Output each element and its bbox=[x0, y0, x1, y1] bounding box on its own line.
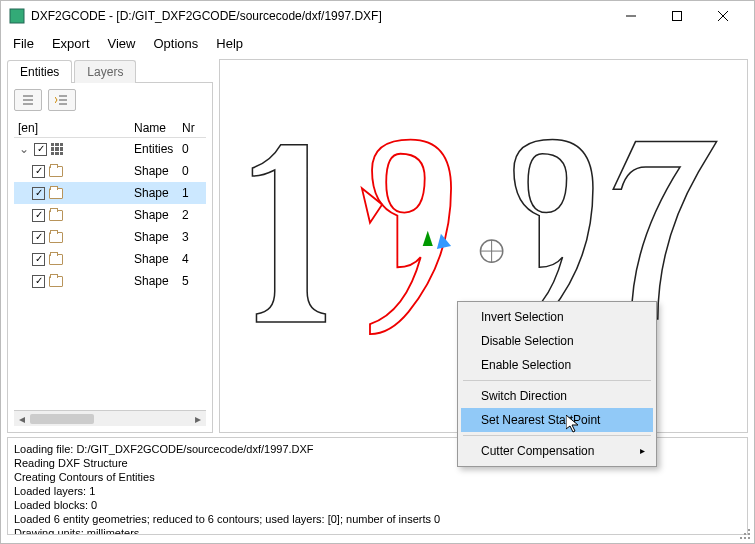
cursor-icon bbox=[566, 415, 580, 436]
tree-toggle-icon[interactable]: ⌄ bbox=[18, 142, 30, 156]
tree-scrollbar[interactable]: ◂ ▸ bbox=[14, 410, 206, 426]
submenu-arrow-icon: ▸ bbox=[640, 445, 645, 456]
svg-rect-2 bbox=[673, 12, 682, 21]
menu-cutter-compensation[interactable]: Cutter Compensation ▸ bbox=[461, 439, 653, 463]
tree-header-root: [en] bbox=[14, 121, 134, 135]
tree-label: Shape bbox=[134, 164, 182, 178]
menu-options[interactable]: Options bbox=[153, 36, 198, 51]
log-line: Loaded layers: 1 bbox=[14, 484, 741, 498]
folder-icon bbox=[49, 232, 63, 243]
folder-icon bbox=[49, 188, 63, 199]
collapse-all-button[interactable] bbox=[14, 89, 42, 111]
app-icon bbox=[9, 8, 25, 24]
tree-header-name: Name bbox=[134, 121, 182, 135]
entity-tree[interactable]: ⌄ Entities 0 Shape 0 Shape 1 Shape bbox=[14, 138, 206, 410]
menu-disable-selection[interactable]: Disable Selection bbox=[461, 329, 653, 353]
tree-row[interactable]: Shape 2 bbox=[14, 204, 206, 226]
checkbox-icon[interactable] bbox=[32, 165, 45, 178]
menu-switch-direction[interactable]: Switch Direction bbox=[461, 384, 653, 408]
folder-icon bbox=[49, 254, 63, 265]
menu-export[interactable]: Export bbox=[52, 36, 90, 51]
context-menu: Invert Selection Disable Selection Enabl… bbox=[457, 301, 657, 467]
tree-label: Shape bbox=[134, 230, 182, 244]
log-line: Loaded blocks: 0 bbox=[14, 498, 741, 512]
close-button[interactable] bbox=[700, 1, 746, 31]
menu-file[interactable]: File bbox=[13, 36, 34, 51]
folder-icon bbox=[49, 276, 63, 287]
tree-row[interactable]: Shape 5 bbox=[14, 270, 206, 292]
folder-icon bbox=[49, 166, 63, 177]
scroll-left-icon[interactable]: ◂ bbox=[14, 412, 30, 426]
minimize-button[interactable] bbox=[608, 1, 654, 31]
checkbox-icon[interactable] bbox=[32, 231, 45, 244]
entities-icon bbox=[51, 143, 63, 155]
menu-view[interactable]: View bbox=[108, 36, 136, 51]
startpoint-blue-icon bbox=[437, 234, 451, 249]
tree-nr: 5 bbox=[182, 274, 206, 288]
menu-bar: File Export View Options Help bbox=[1, 31, 754, 55]
tree-row[interactable]: Shape 3 bbox=[14, 226, 206, 248]
tree-nr: 3 bbox=[182, 230, 206, 244]
expand-all-button[interactable] bbox=[48, 89, 76, 111]
tree-row[interactable]: Shape 0 bbox=[14, 160, 206, 182]
checkbox-icon[interactable] bbox=[34, 143, 47, 156]
menu-help[interactable]: Help bbox=[216, 36, 243, 51]
checkbox-icon[interactable] bbox=[32, 275, 45, 288]
tree-row[interactable]: Shape 4 bbox=[14, 248, 206, 270]
tab-entities[interactable]: Entities bbox=[7, 60, 72, 83]
tree-label: Entities bbox=[134, 142, 182, 156]
log-line: Creating Contours of Entities bbox=[14, 470, 741, 484]
tree-header-nr: Nr bbox=[182, 121, 206, 135]
startpoint-green-icon bbox=[423, 231, 433, 246]
window-title: DXF2GCODE - [D:/GIT_DXF2GCODE/sourcecode… bbox=[31, 9, 608, 23]
log-line: Drawing units: millimeters bbox=[14, 526, 741, 535]
tree-label: Shape bbox=[134, 208, 182, 222]
checkbox-icon[interactable] bbox=[32, 253, 45, 266]
tree-row[interactable]: Shape 1 bbox=[14, 182, 206, 204]
tree-nr: 2 bbox=[182, 208, 206, 222]
checkbox-icon[interactable] bbox=[32, 209, 45, 222]
tree-nr: 4 bbox=[182, 252, 206, 266]
maximize-button[interactable] bbox=[654, 1, 700, 31]
checkbox-icon[interactable] bbox=[32, 187, 45, 200]
tree-nr: 0 bbox=[182, 142, 206, 156]
menu-enable-selection[interactable]: Enable Selection bbox=[461, 353, 653, 377]
scroll-right-icon[interactable]: ▸ bbox=[190, 412, 206, 426]
cursor-target-icon bbox=[480, 240, 502, 262]
tree-nr: 1 bbox=[182, 186, 206, 200]
resize-grip-icon[interactable] bbox=[738, 527, 752, 541]
tab-layers[interactable]: Layers bbox=[74, 60, 136, 83]
log-line: Loaded 6 entity geometries; reduced to 6… bbox=[14, 512, 741, 526]
tree-label: Shape bbox=[134, 274, 182, 288]
tree-nr: 0 bbox=[182, 164, 206, 178]
svg-marker-14 bbox=[566, 415, 578, 432]
menu-separator bbox=[463, 380, 651, 381]
menu-invert-selection[interactable]: Invert Selection bbox=[461, 305, 653, 329]
menu-cutter-label: Cutter Compensation bbox=[481, 444, 594, 458]
menu-separator bbox=[463, 435, 651, 436]
tree-label: Shape bbox=[134, 186, 182, 200]
svg-rect-0 bbox=[10, 9, 24, 23]
folder-icon bbox=[49, 210, 63, 221]
menu-set-nearest-startpoint[interactable]: Set Nearest StartPoint bbox=[461, 408, 653, 432]
tree-label: Shape bbox=[134, 252, 182, 266]
